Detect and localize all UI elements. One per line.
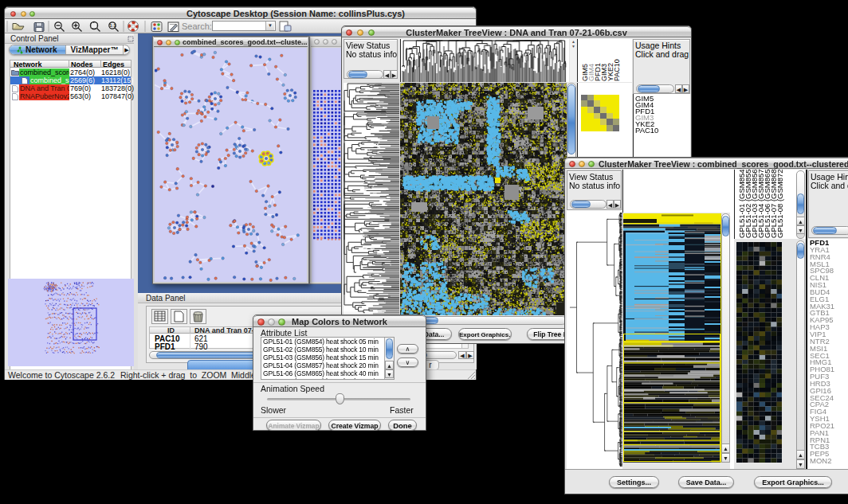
svg-text:1:1: 1:1 xyxy=(110,23,116,28)
